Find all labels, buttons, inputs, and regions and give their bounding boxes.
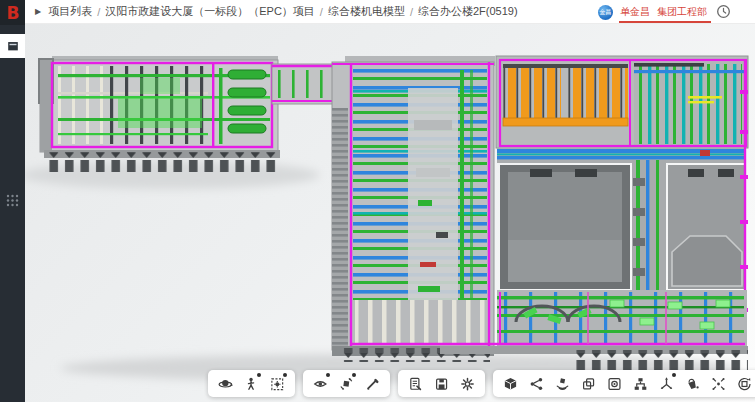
toolbar-group-project (398, 370, 485, 397)
reset-view-button[interactable] (736, 375, 753, 392)
rotate-model-button[interactable] (338, 375, 355, 392)
document-edit-button[interactable] (407, 375, 424, 392)
avatar[interactable]: 金昌 (598, 5, 613, 20)
breadcrumb-item-project-list[interactable]: 项目列表 (48, 4, 92, 19)
active-user-underline (619, 21, 711, 23)
explode-view-button[interactable] (710, 375, 727, 392)
toolbar-group-tools (493, 370, 755, 397)
rotate-model-icon (339, 376, 354, 392)
structure-tree-button[interactable] (632, 375, 649, 392)
share-icon (529, 376, 544, 392)
settings-gear-button[interactable] (459, 375, 476, 392)
model-list-icon (6, 39, 20, 53)
sidebar: B (0, 0, 25, 402)
paint-bucket-icon (685, 376, 700, 392)
logo[interactable]: B (0, 0, 25, 25)
viewer-toolbar (208, 370, 755, 397)
copy-elements-icon (581, 376, 596, 392)
move-axes-button[interactable] (658, 375, 675, 392)
save-view-icon (434, 376, 449, 392)
app-window: ▶ 项目列表 / 汉阳市政建设大厦（一标段）（EPC）项目 / 综合楼机电模型 … (0, 0, 755, 402)
orbit-view-button[interactable] (217, 375, 234, 392)
settings-gear-icon (460, 376, 475, 392)
breadcrumb: ▶ 项目列表 / 汉阳市政建设大厦（一标段）（EPC）项目 / 综合楼机电模型 … (25, 4, 518, 19)
badge-dot (283, 373, 287, 377)
breadcrumb-item-model[interactable]: 综合楼机电模型 (328, 4, 405, 19)
walk-mode-icon (244, 376, 259, 392)
badge-dot (326, 373, 330, 377)
markup-pen-icon (365, 376, 380, 392)
collapse-icon[interactable]: ▶ (35, 7, 41, 16)
share-button[interactable] (528, 375, 545, 392)
focus-target-button[interactable] (606, 375, 623, 392)
model-box-icon (503, 376, 518, 392)
breadcrumb-separator: / (320, 6, 323, 18)
apps-grid-icon[interactable] (0, 188, 25, 212)
badge-dot (672, 373, 676, 377)
viewpoint-icon (313, 376, 328, 392)
viewpoint-button[interactable] (312, 375, 329, 392)
section-box-icon (270, 376, 285, 392)
section-box-button[interactable] (269, 375, 286, 392)
clock-icon (716, 4, 731, 19)
walk-mode-button[interactable] (243, 375, 260, 392)
toolbar-group-views (303, 370, 390, 397)
breadcrumb-item-project[interactable]: 汉阳市政建设大厦（一标段）（EPC）项目 (105, 4, 315, 19)
explode-view-icon (711, 376, 726, 392)
pick-element-button[interactable] (554, 375, 571, 392)
clock-button[interactable] (715, 4, 731, 20)
reset-view-icon (737, 376, 752, 392)
user-name[interactable]: 单金昌 (620, 5, 650, 19)
breadcrumb-item-floor: 综合办公楼2F(0519) (418, 4, 518, 19)
orbit-view-icon (218, 376, 233, 392)
badge-dot (257, 373, 261, 377)
move-axes-icon (659, 376, 674, 392)
save-view-button[interactable] (433, 375, 450, 392)
markup-pen-button[interactable] (364, 375, 381, 392)
main-area (25, 24, 755, 402)
copy-elements-button[interactable] (580, 375, 597, 392)
structure-tree-icon (633, 376, 648, 392)
breadcrumb-separator: / (410, 6, 413, 18)
topbar: ▶ 项目列表 / 汉阳市政建设大厦（一标段）（EPC）项目 / 综合楼机电模型 … (25, 0, 755, 24)
bim-model-viewport[interactable] (25, 24, 755, 402)
focus-target-icon (607, 376, 622, 392)
toolbar-group-navigation (208, 370, 295, 397)
badge-dot (352, 373, 356, 377)
model-box-button[interactable] (502, 375, 519, 392)
user-department[interactable]: 集团工程部 (657, 5, 707, 19)
paint-bucket-button[interactable] (684, 375, 701, 392)
document-edit-icon (408, 376, 423, 392)
pick-element-icon (555, 376, 570, 392)
breadcrumb-separator: / (97, 6, 100, 18)
grid-dots-icon (6, 194, 19, 207)
sidebar-item-model-list[interactable] (0, 34, 25, 58)
bim-model-rendering (25, 24, 755, 402)
